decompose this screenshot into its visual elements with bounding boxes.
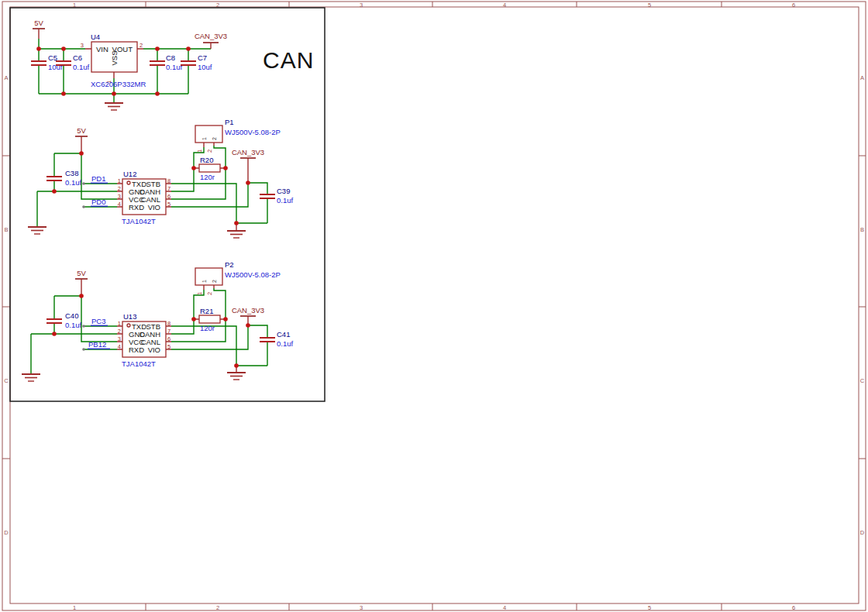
col-label-bottom: 1	[73, 604, 76, 611]
value: 0.1uf	[277, 339, 293, 348]
col-label-bottom: 4	[503, 604, 506, 611]
r21-resistor-symbol: R21 120r	[194, 307, 226, 332]
conn-pin-name: 1	[202, 137, 207, 140]
border-column-labels: 1 2 3 4 5 6 1 2 3 4 5 6	[73, 2, 795, 611]
refdes: R20	[200, 156, 213, 164]
port-dot	[82, 325, 85, 328]
pin-number: 4	[118, 201, 121, 208]
refdes: P1	[225, 118, 234, 126]
pin-name: VIO	[148, 346, 160, 354]
row-label-left: B	[4, 226, 8, 233]
row-label-right: C	[860, 377, 865, 384]
pin-number: 5	[167, 343, 170, 350]
row-label-right: D	[860, 529, 865, 536]
sheet-border: 1 2 3 4 5 6 1 2 3 4 5 6 A B C D A B C D	[2, 2, 866, 611]
pin-number: 2	[118, 185, 121, 192]
ground-icon	[227, 223, 246, 238]
row-label-right: B	[860, 226, 864, 233]
capacitor-c40: C40 0.1uf	[46, 311, 81, 329]
pin-name: VIO	[148, 203, 160, 211]
conn-pin-name: 1	[202, 280, 207, 283]
conn-pin-name: 2	[212, 280, 217, 283]
refdes: U4	[91, 33, 100, 41]
net-label-5v: 5V	[77, 126, 86, 135]
pin-number: 7	[167, 185, 170, 192]
refdes: U12	[123, 170, 136, 178]
conn-pin-number: 2	[206, 292, 213, 295]
col-label-top: 6	[792, 2, 795, 9]
col-label-bottom: 5	[648, 604, 651, 611]
net-label-pd1: PD1	[91, 174, 105, 183]
net-label-pc3: PC3	[91, 317, 105, 325]
value: 120r	[200, 324, 215, 332]
value: 0.1uf	[277, 196, 293, 205]
pin-name-vin: VIN	[96, 45, 108, 53]
refdes: C41	[277, 330, 290, 339]
net-label-pb12: PB12	[88, 340, 106, 349]
page-title: CAN	[263, 47, 314, 73]
row-label-left: C	[4, 377, 9, 384]
conn-pin-number: 1	[196, 150, 203, 153]
refdes: C40	[65, 311, 78, 320]
refdes: P2	[225, 260, 234, 269]
capacitor-c5: C5 10uf	[31, 53, 63, 71]
ground-icon	[105, 103, 123, 110]
refdes: C8	[166, 53, 175, 62]
pin-number: 3	[118, 335, 121, 342]
pin-number: 7	[167, 328, 170, 335]
part-number: WJ500V-5.08-2P	[225, 128, 281, 136]
border-inner-rect	[10, 7, 859, 603]
value: 120r	[200, 173, 215, 181]
u12-transceiver-symbol: U12 TJA1042T TXD GND VCC RXD STB CANH CA…	[117, 170, 171, 225]
u13-transceiver-symbol: U13 TJA1042T TXD GND VCC RXD STB CANH CA…	[117, 312, 171, 368]
pin-number: 3	[118, 193, 121, 200]
ground-icon	[28, 227, 46, 234]
pin-name-vss: VSS	[110, 50, 119, 65]
part-number: WJ500V-5.08-2P	[225, 270, 281, 279]
capacitor-c8: C8 0.1uf	[150, 53, 182, 71]
port-dot	[82, 182, 85, 185]
capacitor-c39: C39 0.1uf	[260, 187, 293, 205]
pin-number: 3	[81, 42, 84, 49]
col-label-top: 3	[360, 2, 363, 9]
regulator-section: 5V CAN_3V3 U4 VIN VOUT VSS 3 2 1 XC6206P…	[31, 19, 227, 110]
net-label-pd0: PD0	[91, 198, 105, 206]
border-ticks	[2, 2, 866, 610]
pin-number: 8	[167, 177, 170, 184]
u4-regulator-symbol: U4 VIN VOUT VSS 3 2 1 XC6206P332MR	[81, 33, 146, 88]
part-number: XC6206P332MR	[91, 80, 146, 88]
value: 0.1uf	[166, 63, 182, 71]
refdes: C38	[65, 169, 78, 177]
pin-number: 2	[140, 42, 143, 49]
pin-number: 6	[167, 335, 170, 342]
refdes: C6	[73, 53, 82, 62]
p2-connector-symbol: 1 2 1 2 P2 WJ500V-5.08-2P	[195, 260, 281, 295]
net-label-can3v3: CAN_3V3	[232, 148, 264, 156]
pin-number: 8	[167, 320, 170, 327]
border-row-labels: A B C D A B C D	[4, 74, 865, 536]
col-label-bottom: 6	[792, 604, 795, 611]
refdes: R21	[200, 307, 213, 315]
pin-name: RXD	[129, 346, 144, 354]
can1-section: 5V CAN_3V3 PD1 PD0 C38 0.1uf U12 TJA1042…	[28, 118, 293, 238]
col-label-top: 1	[73, 2, 76, 9]
conn-pin-name: 2	[212, 137, 217, 140]
can2-section: 5V CAN_3V3 PC3 PB12 C40 0.1uf U13 TJA104…	[22, 260, 293, 381]
pin-number: 1	[118, 320, 121, 327]
row-label-left: A	[4, 74, 8, 81]
part-number: TJA1042T	[122, 359, 156, 368]
schematic-canvas: 1 2 3 4 5 6 1 2 3 4 5 6 A B C D A B C D …	[0, 0, 868, 612]
net-label-5v: 5V	[34, 19, 43, 27]
row-label-right: A	[860, 74, 864, 81]
conn-pin-number: 2	[206, 150, 213, 153]
border-outer-rect	[2, 2, 866, 610]
conn-pin-number: 1	[196, 292, 203, 295]
value: 0.1uf	[65, 178, 81, 187]
pin-number: 5	[167, 201, 170, 208]
pin-name: RXD	[129, 203, 144, 211]
value: 10uf	[48, 63, 63, 71]
pin-number: 2	[118, 328, 121, 335]
col-label-top: 5	[648, 2, 651, 9]
capacitor-c41: C41 0.1uf	[260, 330, 293, 348]
net-label-can3v3: CAN_3V3	[232, 306, 264, 315]
